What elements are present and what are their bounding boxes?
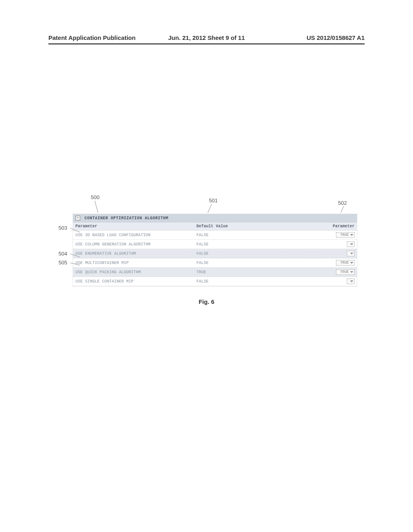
callout-label-503: 503 — [58, 226, 67, 231]
param-default-value: TRUE — [196, 270, 297, 274]
param-default-value: FALSE — [196, 279, 297, 284]
header-divider — [48, 44, 365, 44]
param-value-cell — [328, 241, 355, 247]
table-row: USE ENUMERATIVE ALGORITHMFALSE — [73, 249, 357, 258]
param-value-cell: TRUE — [328, 269, 355, 275]
param-name: USE MULTICONTAINER MIP — [75, 261, 196, 265]
top-callout-labels: 500 501 502 — [73, 193, 357, 214]
param-name: USE QUICK PACKING ALGORITHM — [75, 270, 196, 274]
parameter-table: - CONTAINER OPTIMIZATION ALGORITHM Param… — [73, 214, 357, 287]
callout-label-500: 500 — [91, 194, 100, 200]
page-header: Patent Application Publication Jun. 21, … — [0, 34, 413, 41]
chevron-down-icon — [350, 253, 353, 254]
collapse-icon[interactable]: - — [75, 216, 80, 220]
dropdown-selected-value: TRUE — [340, 270, 349, 274]
figure-caption: Fig. 6 — [198, 298, 214, 305]
table-row: USE QUICK PACKING ALGORITHMTRUETRUE — [73, 268, 357, 277]
svg-line-2 — [341, 206, 344, 213]
chevron-down-icon — [350, 262, 353, 264]
dropdown-selected-value: TRUE — [340, 261, 349, 265]
table-row: USE 3D BASED LOAD CONFIGURATIONFALSETRUE — [73, 231, 357, 240]
chevron-down-icon — [350, 234, 353, 236]
section-header-row[interactable]: - CONTAINER OPTIMIZATION ALGORITHM — [73, 214, 357, 222]
param-name: USE 3D BASED LOAD CONFIGURATION — [75, 233, 196, 237]
param-value-cell: TRUE — [328, 232, 355, 238]
param-value-dropdown[interactable]: TRUE — [336, 260, 355, 266]
svg-line-1 — [208, 204, 212, 213]
table-row: USE MULTICONTAINER MIPFALSETRUE — [73, 258, 357, 268]
param-value-dropdown[interactable] — [347, 278, 355, 284]
column-header-row: Parameter Default Value Parameter — [73, 222, 357, 231]
param-default-value: FALSE — [196, 251, 297, 256]
param-value-dropdown[interactable]: TRUE — [336, 269, 355, 275]
col-header-value: Parameter — [328, 224, 355, 229]
param-value-dropdown[interactable] — [347, 251, 355, 256]
svg-line-0 — [95, 201, 98, 213]
chevron-down-icon — [350, 271, 353, 273]
callout-label-502: 502 — [338, 200, 347, 206]
callout-label-505: 505 — [58, 260, 67, 265]
header-right-text: US 2012/0158627 A1 — [307, 34, 365, 41]
header-center-text: Jun. 21, 2012 Sheet 9 of 11 — [168, 34, 245, 41]
param-default-value: FALSE — [196, 261, 297, 265]
header-left-text: Patent Application Publication — [48, 34, 136, 41]
param-name: USE COLUMN GENERATION ALGORITHM — [75, 242, 196, 247]
figure-area: 500 501 502 - CONTAINER OPTIMIZATION ALG… — [73, 193, 357, 287]
dropdown-selected-value: TRUE — [340, 233, 349, 237]
section-title: CONTAINER OPTIMIZATION ALGORITHM — [85, 216, 169, 220]
col-header-default: Default Value — [196, 224, 297, 229]
callout-label-501: 501 — [209, 197, 218, 204]
param-name: USE SINGLE CONTAINER MIP — [75, 279, 196, 284]
param-name: USE ENUMERATIVE ALGORITHM — [75, 251, 196, 256]
param-value-dropdown[interactable]: TRUE — [336, 232, 355, 238]
callout-label-504: 504 — [58, 251, 67, 256]
param-value-cell: TRUE — [328, 260, 355, 266]
param-default-value: FALSE — [196, 242, 297, 247]
table-row: USE COLUMN GENERATION ALGORITHMFALSE — [73, 240, 357, 249]
chevron-down-icon — [350, 281, 353, 282]
col-header-parameter: Parameter — [75, 224, 196, 229]
param-value-cell — [328, 251, 355, 256]
param-default-value: FALSE — [196, 233, 297, 237]
param-value-cell — [328, 278, 355, 284]
table-row: USE SINGLE CONTAINER MIPFALSE — [73, 277, 357, 286]
param-value-dropdown[interactable] — [347, 241, 355, 247]
chevron-down-icon — [350, 243, 353, 245]
